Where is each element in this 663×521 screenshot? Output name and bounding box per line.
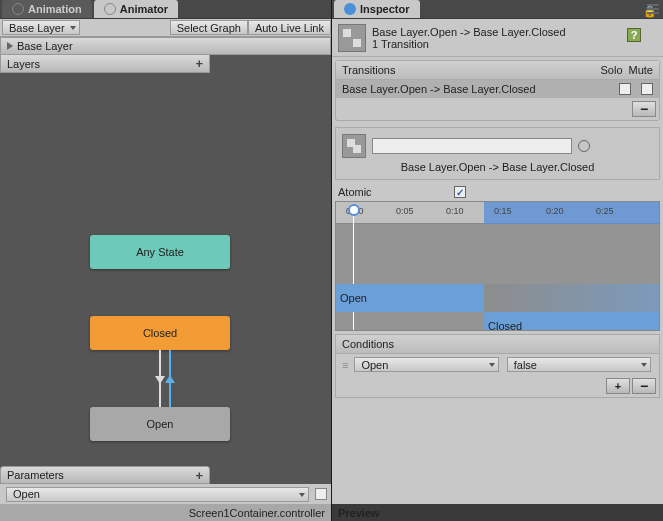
drag-handle-icon[interactable]: ≡ [342, 359, 348, 371]
param-name-label: Open [13, 488, 40, 500]
status-bar: Screen1Container.controller [0, 504, 331, 521]
atomic-label: Atomic [338, 186, 450, 198]
condition-value-dropdown[interactable]: false [507, 357, 651, 372]
transition-arrow-up[interactable] [169, 350, 171, 407]
transition-row-label: Base Layer.Open -> Base Layer.Closed [342, 83, 615, 95]
tick-5: 0:25 [596, 206, 614, 216]
inspector-icon [344, 3, 356, 15]
preview-bar[interactable]: Preview [332, 504, 663, 521]
auto-live-label: Auto Live Link [255, 22, 324, 34]
node-open[interactable]: Open [90, 407, 230, 441]
mute-checkbox[interactable] [641, 83, 653, 95]
help-icon[interactable]: ? [627, 28, 641, 42]
animation-icon [12, 3, 24, 15]
select-graph-button[interactable]: Select Graph [170, 20, 248, 35]
base-layer-label: Base Layer [17, 40, 73, 52]
conditions-label: Conditions [342, 338, 394, 350]
play-icon [7, 42, 13, 50]
transition-timeline[interactable]: 0:00 0:05 0:10 0:15 0:20 0:25 Open Close… [335, 201, 660, 331]
clip-open-fade[interactable] [484, 284, 660, 312]
node-any-state[interactable]: Any State [90, 235, 230, 269]
node-open-label: Open [147, 418, 174, 430]
atomic-row: Atomic [332, 183, 663, 201]
conditions-section: Conditions ≡ Open false + − [335, 334, 660, 398]
transitions-section: Transitions Solo Mute Base Layer.Open ->… [335, 60, 660, 121]
parameters-panel: Parameters + Open [0, 466, 331, 504]
node-any-label: Any State [136, 246, 184, 258]
tab-animation[interactable]: Animation [2, 0, 92, 18]
tab-inspector-label: Inspector [360, 3, 410, 15]
parameter-row: Open [0, 484, 331, 504]
node-closed-label: Closed [143, 327, 177, 339]
select-graph-label: Select Graph [177, 22, 241, 34]
clip-closed[interactable]: Closed [484, 312, 660, 331]
state-graph[interactable]: Any State Closed Open Parameters + Open … [0, 73, 331, 521]
tab-inspector[interactable]: Inspector [334, 0, 420, 18]
playhead-icon[interactable] [348, 204, 360, 216]
inspector-subtitle: 1 Transition [372, 38, 566, 50]
panel-menu-icon[interactable] [647, 4, 659, 14]
transition-icon-small [342, 134, 366, 158]
base-layer-header[interactable]: Base Layer [0, 37, 331, 55]
tab-animation-label: Animation [28, 3, 82, 15]
layer-dropdown[interactable]: Base Layer [2, 20, 80, 35]
condition-row: ≡ Open false [336, 354, 659, 375]
tab-animator-label: Animator [120, 3, 168, 15]
inspector-title: Base Layer.Open -> Base Layer.Closed [372, 26, 566, 38]
solo-label: Solo [601, 64, 623, 76]
transition-row[interactable]: Base Layer.Open -> Base Layer.Closed [336, 80, 659, 98]
transitions-header: Transitions Solo Mute [336, 61, 659, 80]
inspector-header: Base Layer.Open -> Base Layer.Closed 1 T… [332, 19, 663, 57]
status-text: Screen1Container.controller [189, 507, 325, 519]
remove-transition-button[interactable]: − [632, 101, 656, 117]
clip-open-label: Open [340, 292, 367, 304]
parameter-checkbox[interactable] [315, 488, 327, 500]
playhead-line [353, 216, 354, 331]
animator-toolbar: Base Layer Select Graph Auto Live Link [0, 19, 331, 37]
mute-label: Mute [629, 64, 653, 76]
tick-4: 0:20 [546, 206, 564, 216]
settings-icon[interactable] [578, 140, 590, 152]
animator-icon [104, 3, 116, 15]
condition-param-dropdown[interactable]: Open [354, 357, 498, 372]
remove-condition-button[interactable]: − [632, 378, 656, 394]
transition-arrow-down[interactable] [159, 350, 161, 407]
layers-label: Layers [7, 58, 40, 70]
right-tabbar: Inspector 🔒 [332, 0, 663, 19]
transition-edit-label: Base Layer.Open -> Base Layer.Closed [401, 161, 595, 173]
add-parameter-icon[interactable]: + [195, 468, 203, 483]
atomic-checkbox[interactable] [454, 186, 466, 198]
inspector-body: Base Layer.Open -> Base Layer.Closed 1 T… [332, 19, 663, 521]
auto-live-link-button[interactable]: Auto Live Link [248, 20, 331, 35]
transitions-label: Transitions [342, 64, 601, 76]
clip-open[interactable]: Open [336, 284, 484, 312]
tick-2: 0:10 [446, 206, 464, 216]
preview-label: Preview [338, 507, 380, 519]
timeline-ruler[interactable]: 0:00 0:05 0:10 0:15 0:20 0:25 [336, 202, 659, 224]
parameters-label: Parameters [7, 469, 64, 481]
conditions-header: Conditions [336, 335, 659, 354]
left-tabbar: Animation Animator [0, 0, 331, 19]
tick-1: 0:05 [396, 206, 414, 216]
tick-3: 0:15 [494, 206, 512, 216]
parameters-header[interactable]: Parameters + [0, 466, 210, 484]
transition-icon [338, 24, 366, 52]
add-layer-icon[interactable]: + [195, 56, 203, 71]
transition-name-input[interactable] [372, 138, 572, 154]
cond-val-label: false [514, 359, 537, 371]
solo-checkbox[interactable] [619, 83, 631, 95]
layers-header[interactable]: Layers + [0, 55, 210, 73]
transition-edit-panel: Base Layer.Open -> Base Layer.Closed [335, 127, 660, 180]
cond-param-label: Open [361, 359, 388, 371]
node-closed[interactable]: Closed [90, 316, 230, 350]
layer-dropdown-label: Base Layer [9, 22, 65, 34]
add-condition-button[interactable]: + [606, 378, 630, 394]
clip-closed-label: Closed [488, 320, 522, 331]
tab-animator[interactable]: Animator [94, 0, 178, 18]
parameter-name-dropdown[interactable]: Open [6, 487, 309, 502]
